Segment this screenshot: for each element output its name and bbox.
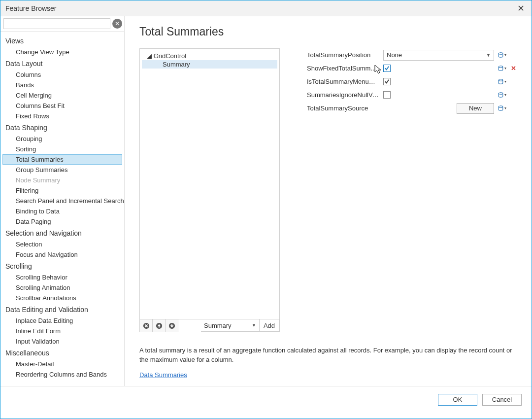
- chevron-down-icon: ▼: [252, 323, 256, 328]
- summaries-ignore-null-values-checkbox[interactable]: [383, 91, 391, 99]
- svg-point-6: [499, 92, 503, 94]
- add-button[interactable]: Add: [260, 319, 279, 332]
- nav-item[interactable]: Scrolling Behavior: [0, 272, 124, 282]
- database-icon[interactable]: ▾: [495, 79, 509, 85]
- nav-item[interactable]: Grouping: [0, 134, 124, 144]
- main-area: ✕ ViewsChange View TypeData LayoutColumn…: [0, 16, 532, 386]
- tree-node-child[interactable]: Summary: [142, 60, 277, 69]
- nav-group[interactable]: Data Shaping: [0, 121, 124, 134]
- prop-label: TotalSummaryPosition: [307, 51, 383, 59]
- nav-item[interactable]: Selection: [0, 239, 124, 249]
- cancel-button[interactable]: Cancel: [482, 394, 522, 406]
- nav-item[interactable]: Bands: [0, 80, 124, 90]
- nav-item[interactable]: Scrolling Animation: [0, 282, 124, 293]
- nav-item[interactable]: Binding to Data: [0, 206, 124, 216]
- move-up-icon[interactable]: [153, 319, 166, 332]
- description-block: A total summary is a result of an aggreg…: [139, 346, 517, 380]
- select-value: Summary: [204, 322, 232, 329]
- nav-item[interactable]: Group Summaries: [0, 165, 124, 175]
- chevron-down-icon: ▾: [504, 53, 506, 57]
- nav-item[interactable]: Master-Detail: [0, 359, 124, 369]
- nav-item[interactable]: Filtering: [0, 185, 124, 196]
- chevron-down-icon: ▾: [504, 66, 506, 70]
- page-title: Total Summaries: [139, 25, 517, 38]
- database-icon[interactable]: ▾: [495, 52, 509, 58]
- ok-button[interactable]: OK: [438, 394, 477, 406]
- reset-icon[interactable]: ✕: [510, 65, 517, 72]
- sidebar: ✕ ViewsChange View TypeData LayoutColumn…: [0, 16, 125, 386]
- database-icon[interactable]: ▾: [495, 105, 509, 111]
- nav-tree[interactable]: ViewsChange View TypeData LayoutColumnsB…: [0, 32, 124, 386]
- search-row: ✕: [0, 16, 124, 32]
- mid-row: ◢ GridControl Summary: [139, 48, 517, 332]
- select-value: None: [387, 51, 402, 59]
- nav-group[interactable]: Selection and Navigation: [0, 227, 124, 239]
- svg-point-4: [499, 66, 503, 67]
- chevron-down-icon: ▾: [504, 93, 506, 97]
- nav-item[interactable]: Total Summaries: [2, 154, 122, 165]
- chevron-down-icon: ▾: [504, 106, 506, 110]
- prop-show-fixed-total-summary: ShowFixedTotalSummary ▾ ✕: [307, 62, 517, 75]
- prop-total-summary-position: TotalSummaryPosition None ▼ ▾ ✕: [307, 48, 517, 62]
- show-fixed-total-summary-checkbox[interactable]: [383, 65, 391, 72]
- prop-label: ShowFixedTotalSummary: [307, 65, 383, 72]
- nav-item[interactable]: Sorting: [0, 144, 124, 154]
- nav-item[interactable]: Focus and Navigation: [0, 249, 124, 260]
- tree-body: ◢ GridControl Summary: [140, 49, 279, 319]
- nav-item[interactable]: Inline Edit Form: [0, 326, 124, 336]
- clear-search-icon[interactable]: ✕: [112, 19, 122, 29]
- total-summary-position-select[interactable]: None ▼: [383, 50, 494, 61]
- search-input[interactable]: [3, 18, 110, 29]
- nav-item[interactable]: Columns Best Fit: [0, 101, 124, 111]
- svg-point-5: [499, 79, 503, 80]
- titlebar: Feature Browser ✕: [0, 0, 532, 16]
- nav-item[interactable]: Cell Merging: [0, 90, 124, 101]
- nav-item[interactable]: Data Paging: [0, 216, 124, 227]
- remove-icon[interactable]: [140, 319, 153, 332]
- prop-is-total-summary-menu-enabled: IsTotalSummaryMenuEn... ▾ ✕: [307, 75, 517, 88]
- nav-item[interactable]: Search Panel and Incremental Search: [0, 196, 124, 206]
- prop-label: SummariesIgnoreNullVal...: [307, 91, 383, 99]
- chevron-down-icon: ◢: [147, 52, 152, 60]
- nav-item[interactable]: Fixed Rows: [0, 111, 124, 121]
- footer: OK Cancel: [0, 386, 532, 413]
- content: Total Summaries ◢ GridControl Summary: [125, 16, 532, 386]
- prop-label: IsTotalSummaryMenuEn...: [307, 78, 383, 85]
- chevron-down-icon: ▾: [504, 79, 506, 84]
- close-icon[interactable]: ✕: [515, 2, 527, 14]
- prop-summaries-ignore-null-values: SummariesIgnoreNullVal... ▾ ✕: [307, 88, 517, 102]
- tree-node-label: Summary: [163, 61, 190, 68]
- nav-group[interactable]: Data Layout: [0, 57, 124, 70]
- tree-toolbar: Summary ▼ Add: [140, 319, 279, 332]
- new-button[interactable]: New: [457, 103, 494, 114]
- property-grid: TotalSummaryPosition None ▼ ▾ ✕ ShowFi: [307, 48, 517, 332]
- summary-type-select[interactable]: Summary ▼: [201, 319, 260, 332]
- move-down-icon[interactable]: [166, 319, 178, 332]
- nav-item[interactable]: Columns: [0, 70, 124, 80]
- nav-item[interactable]: Reordering Columns and Bands: [0, 369, 124, 380]
- description-text: A total summary is a result of an aggreg…: [139, 346, 517, 365]
- tree-node-label: GridControl: [154, 52, 186, 60]
- data-summaries-link[interactable]: Data Summaries: [139, 371, 187, 380]
- tree-node-root[interactable]: ◢ GridControl: [142, 52, 277, 60]
- nav-group[interactable]: Scrolling: [0, 260, 124, 272]
- tree-panel: ◢ GridControl Summary: [139, 48, 280, 332]
- is-total-summary-menu-enabled-checkbox[interactable]: [383, 78, 391, 85]
- nav-item[interactable]: Change View Type: [0, 47, 124, 57]
- nav-item[interactable]: Input Validation: [0, 336, 124, 347]
- nav-group[interactable]: Miscellaneous: [0, 347, 124, 359]
- nav-item[interactable]: Scrollbar Annotations: [0, 293, 124, 303]
- database-icon[interactable]: ▾: [495, 92, 509, 98]
- svg-point-7: [499, 105, 503, 107]
- nav-item[interactable]: Inplace Data Editing: [0, 315, 124, 326]
- svg-point-3: [499, 52, 503, 54]
- nav-item: Node Summary: [0, 175, 124, 185]
- database-icon[interactable]: ▾: [495, 66, 509, 71]
- prop-label: TotalSummarySource: [307, 105, 383, 112]
- nav-group[interactable]: Data Editing and Validation: [0, 303, 124, 315]
- nav-group[interactable]: Views: [0, 35, 124, 47]
- chevron-down-icon: ▼: [486, 53, 491, 58]
- prop-total-summary-source: TotalSummarySource New ▾ ✕: [307, 102, 517, 115]
- window-title: Feature Browser: [5, 4, 515, 12]
